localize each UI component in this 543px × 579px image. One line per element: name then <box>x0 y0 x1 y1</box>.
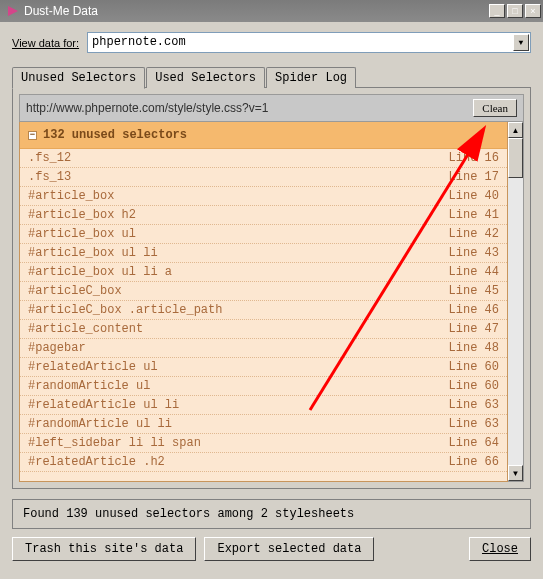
scroll-track[interactable] <box>508 178 523 465</box>
maximize-button[interactable]: □ <box>507 4 523 18</box>
window-title: Dust-Me Data <box>24 4 489 18</box>
list-item[interactable]: #article_boxLine 40 <box>20 187 507 206</box>
line-number: Line 46 <box>449 303 499 317</box>
scrollbar[interactable]: ▲ ▼ <box>508 122 524 482</box>
line-number: Line 64 <box>449 436 499 450</box>
list-item[interactable]: #left_sidebar li li spanLine 64 <box>20 434 507 453</box>
line-number: Line 48 <box>449 341 499 355</box>
selector-text: #article_content <box>28 322 449 336</box>
status-text: Found 139 unused selectors among 2 style… <box>12 499 531 529</box>
selector-text: #article_box ul li <box>28 246 449 260</box>
list-item[interactable]: .fs_12Line 16 <box>20 149 507 168</box>
selector-text: #randomArticle ul li <box>28 417 449 431</box>
selector-text: #relatedArticle ul <box>28 360 449 374</box>
clean-button[interactable]: Clean <box>473 99 517 117</box>
line-number: Line 47 <box>449 322 499 336</box>
close-window-button[interactable]: × <box>525 4 541 18</box>
list-item[interactable]: #relatedArticle .h2Line 66 <box>20 453 507 472</box>
selector-text: #left_sidebar li li span <box>28 436 449 450</box>
line-number: Line 44 <box>449 265 499 279</box>
selector-text: #pagebar <box>28 341 449 355</box>
selector-text: #article_box ul <box>28 227 449 241</box>
selector-text: #relatedArticle ul li <box>28 398 449 412</box>
line-number: Line 60 <box>449 379 499 393</box>
list-item[interactable]: .fs_13Line 17 <box>20 168 507 187</box>
line-number: Line 43 <box>449 246 499 260</box>
group-count: 132 unused selectors <box>43 128 187 142</box>
scroll-up-icon[interactable]: ▲ <box>508 122 523 138</box>
tab-spider-log[interactable]: Spider Log <box>266 67 356 88</box>
selector-text: #relatedArticle .h2 <box>28 455 449 469</box>
selector-text: .fs_13 <box>28 170 449 184</box>
collapse-icon[interactable]: − <box>28 131 37 140</box>
titlebar: Dust-Me Data _ □ × <box>0 0 543 22</box>
list-item[interactable]: #article_box ul liLine 43 <box>20 244 507 263</box>
selector-text: #article_box ul li a <box>28 265 449 279</box>
line-number: Line 63 <box>449 417 499 431</box>
tab-used-selectors[interactable]: Used Selectors <box>146 67 265 88</box>
group-header[interactable]: − 132 unused selectors <box>20 122 507 149</box>
selector-text: #articleC_box .article_path <box>28 303 449 317</box>
line-number: Line 63 <box>449 398 499 412</box>
selector-text: .fs_12 <box>28 151 449 165</box>
scroll-down-icon[interactable]: ▼ <box>508 465 523 481</box>
selector-text: #articleC_box <box>28 284 449 298</box>
line-number: Line 60 <box>449 360 499 374</box>
list-item[interactable]: #pagebarLine 48 <box>20 339 507 358</box>
selector-text: #randomArticle ul <box>28 379 449 393</box>
view-data-label: View data for: <box>12 37 79 49</box>
export-button[interactable]: Export selected data <box>204 537 374 561</box>
domain-select[interactable]: phpernote.com ▼ <box>87 32 531 53</box>
domain-value: phpernote.com <box>92 35 186 49</box>
list-item[interactable]: #relatedArticle ul liLine 63 <box>20 396 507 415</box>
list-item[interactable]: #articleC_boxLine 45 <box>20 282 507 301</box>
line-number: Line 45 <box>449 284 499 298</box>
line-number: Line 66 <box>449 455 499 469</box>
line-number: Line 42 <box>449 227 499 241</box>
line-number: Line 40 <box>449 189 499 203</box>
list-item[interactable]: #relatedArticle ulLine 60 <box>20 358 507 377</box>
list-item[interactable]: #article_contentLine 47 <box>20 320 507 339</box>
close-button[interactable]: Close <box>469 537 531 561</box>
list-item[interactable]: #article_box ul li aLine 44 <box>20 263 507 282</box>
svg-marker-0 <box>8 6 18 16</box>
list-item[interactable]: #articleC_box .article_pathLine 46 <box>20 301 507 320</box>
line-number: Line 41 <box>449 208 499 222</box>
trash-button[interactable]: Trash this site's data <box>12 537 196 561</box>
list-item[interactable]: #randomArticle ulLine 60 <box>20 377 507 396</box>
minimize-button[interactable]: _ <box>489 4 505 18</box>
selector-list: − 132 unused selectors .fs_12Line 16.fs_… <box>19 122 508 482</box>
stylesheet-url: http://www.phpernote.com/style/style.css… <box>26 101 469 115</box>
list-item[interactable]: #article_box h2Line 41 <box>20 206 507 225</box>
tab-unused-selectors[interactable]: Unused Selectors <box>12 67 145 89</box>
list-item[interactable]: #article_box ulLine 42 <box>20 225 507 244</box>
tabs: Unused Selectors Used Selectors Spider L… <box>12 67 531 88</box>
line-number: Line 17 <box>449 170 499 184</box>
app-icon <box>6 4 20 18</box>
results-panel: http://www.phpernote.com/style/style.css… <box>12 87 531 489</box>
selector-text: #article_box <box>28 189 449 203</box>
line-number: Line 16 <box>449 151 499 165</box>
selector-text: #article_box h2 <box>28 208 449 222</box>
list-item[interactable]: #randomArticle ul liLine 63 <box>20 415 507 434</box>
chevron-down-icon: ▼ <box>513 34 529 51</box>
scroll-thumb[interactable] <box>508 138 523 178</box>
